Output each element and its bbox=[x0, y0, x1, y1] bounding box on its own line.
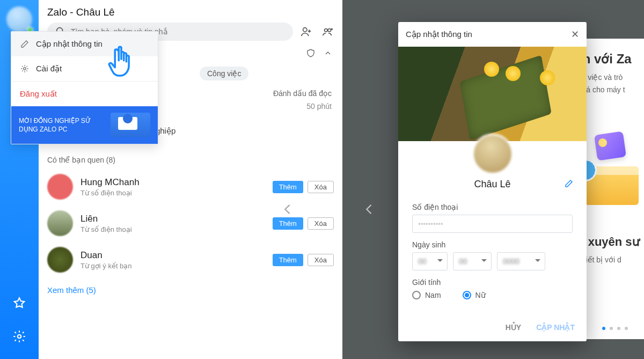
chevron-up-icon[interactable] bbox=[322, 47, 334, 59]
delete-button[interactable]: Xóa bbox=[308, 217, 334, 230]
gender-label: Giới tính bbox=[412, 278, 573, 287]
cancel-button[interactable]: HỦY bbox=[506, 323, 521, 332]
svg-point-7 bbox=[24, 68, 26, 70]
save-button[interactable]: CẬP NHẬT bbox=[536, 323, 575, 332]
person-name: Hung MChanh bbox=[80, 177, 140, 188]
profile-avatar[interactable] bbox=[472, 134, 513, 174]
delete-button[interactable]: Xóa bbox=[308, 181, 334, 193]
update-profile-modal: Cập nhật thông tin ✕ Châu Lê Số điện tho… bbox=[398, 22, 587, 341]
promo-art bbox=[111, 113, 150, 137]
svg-point-6 bbox=[328, 29, 331, 32]
shield-icon[interactable] bbox=[305, 47, 317, 59]
chevron-left-icon[interactable] bbox=[280, 202, 295, 217]
image-card-icon bbox=[594, 131, 626, 160]
carousel-dots[interactable] bbox=[602, 327, 628, 330]
folder-icon bbox=[585, 166, 639, 205]
modal-title: Cập nhật thông tin bbox=[406, 30, 472, 39]
person-name: Duan bbox=[80, 250, 132, 261]
see-more-link[interactable]: Xem thêm (5) bbox=[39, 278, 342, 302]
gender-female-radio[interactable]: Nữ bbox=[463, 291, 486, 299]
dob-year-select[interactable]: 0000 bbox=[497, 252, 545, 270]
cover-photo[interactable] bbox=[398, 47, 587, 141]
profile-name: Châu Lê bbox=[474, 179, 510, 190]
avatar bbox=[47, 174, 73, 200]
chevron-left-icon[interactable] bbox=[362, 202, 377, 219]
dob-label: Ngày sinh bbox=[412, 240, 573, 249]
avatar bbox=[47, 247, 73, 273]
svg-point-2 bbox=[18, 335, 21, 339]
maybe-know-label: Có thể bạn quen (8) bbox=[39, 150, 342, 168]
app-title: Zalo - Châu Lê bbox=[47, 3, 336, 23]
svg-point-4 bbox=[303, 28, 307, 32]
profile-menu: Cập nhật thông tin Cài đặt Đăng xuất MỜI… bbox=[11, 31, 158, 144]
avatar bbox=[47, 210, 73, 236]
phone-label: Số điện thoại bbox=[412, 203, 573, 211]
menu-update-profile[interactable]: Cập nhật thông tin bbox=[11, 32, 158, 56]
menu-settings[interactable]: Cài đặt bbox=[11, 56, 158, 81]
menu-logout[interactable]: Đăng xuất bbox=[11, 81, 158, 106]
list-item[interactable]: Hung MChanh Từ số điện thoại Thêm Xóa bbox=[39, 168, 342, 205]
person-sub: Từ số điện thoại bbox=[80, 225, 132, 233]
person-sub: Từ gợi ý kết bạn bbox=[80, 262, 132, 270]
list-item[interactable]: Liên Từ số điện thoại Thêm Xóa bbox=[39, 205, 342, 241]
add-button[interactable]: Thêm bbox=[273, 217, 303, 230]
dob-day-select[interactable]: 00 bbox=[412, 252, 448, 270]
add-button[interactable]: Thêm bbox=[273, 254, 303, 266]
delete-button[interactable]: Xóa bbox=[308, 254, 334, 266]
gender-male-radio[interactable]: Nam bbox=[412, 291, 441, 299]
create-group-icon[interactable] bbox=[320, 24, 336, 40]
person-name: Liên bbox=[80, 214, 132, 224]
gear-icon bbox=[20, 64, 30, 74]
person-sub: Từ số điện thoại bbox=[80, 189, 140, 197]
dob-month-select[interactable]: 00 bbox=[453, 252, 492, 270]
edit-icon bbox=[20, 39, 30, 49]
list-item[interactable]: Duan Từ gợi ý kết bạn Thêm Xóa bbox=[39, 241, 342, 278]
avatar[interactable] bbox=[6, 6, 32, 32]
add-button[interactable]: Thêm bbox=[273, 181, 303, 193]
close-icon[interactable]: ✕ bbox=[571, 28, 579, 40]
svg-point-5 bbox=[325, 29, 328, 32]
star-icon[interactable] bbox=[12, 296, 27, 311]
gear-icon[interactable] bbox=[12, 329, 27, 344]
promo-banner[interactable]: MỜI ĐỒNG NGHIỆP SỬ DỤNG ZALO PC bbox=[11, 106, 158, 144]
filter-chip-work[interactable]: Công việc bbox=[200, 67, 248, 80]
edit-name-icon[interactable] bbox=[564, 179, 574, 191]
add-friend-icon[interactable] bbox=[298, 24, 314, 40]
phone-field[interactable] bbox=[412, 215, 573, 233]
